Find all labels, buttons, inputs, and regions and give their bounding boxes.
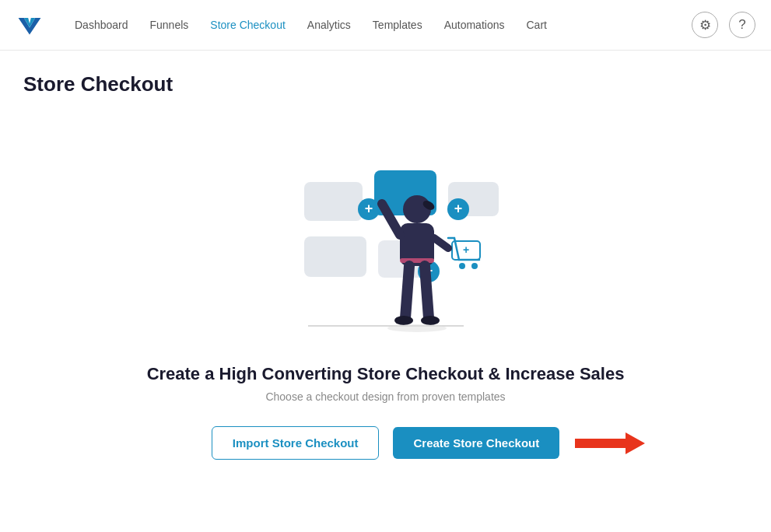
nav-automations[interactable]: Automations [444, 16, 505, 34]
svg-point-15 [459, 263, 465, 269]
svg-text:+: + [454, 201, 462, 216]
svg-point-18 [403, 195, 431, 223]
create-store-checkout-button[interactable]: Create Store Checkout [393, 427, 559, 459]
nav-cart[interactable]: Cart [526, 16, 546, 34]
svg-point-27 [421, 316, 440, 325]
svg-rect-3 [304, 182, 363, 221]
svg-point-16 [471, 263, 478, 269]
svg-text:+: + [364, 201, 373, 216]
nav-templates[interactable]: Templates [373, 16, 422, 34]
nav-icons: ⚙ ? [692, 12, 755, 38]
nav-funnels[interactable]: Funnels [150, 16, 189, 34]
logo[interactable] [16, 11, 44, 39]
hero-illustration: + + + + [261, 120, 510, 345]
page-title: Store Checkout [23, 72, 748, 96]
hero-headline: Create a High Converting Store Checkout … [147, 364, 625, 384]
help-icon[interactable]: ? [729, 12, 755, 38]
svg-rect-21 [400, 258, 434, 263]
nav-links: Dashboard Funnels Store Checkout Analyti… [75, 16, 668, 34]
settings-icon[interactable]: ⚙ [692, 12, 718, 38]
buttons-row: Import Store Checkout Create Store Check… [212, 426, 559, 460]
call-to-action-arrow [575, 432, 645, 454]
main-content: + + + + [0, 104, 771, 475]
nav-store-checkout[interactable]: Store Checkout [210, 16, 286, 34]
svg-line-23 [434, 238, 448, 248]
navbar: Dashboard Funnels Store Checkout Analyti… [0, 0, 771, 51]
svg-point-26 [394, 316, 413, 325]
svg-marker-29 [575, 432, 645, 454]
nav-dashboard[interactable]: Dashboard [75, 16, 128, 34]
svg-text:+: + [462, 243, 468, 256]
svg-rect-6 [304, 236, 366, 277]
svg-line-24 [405, 266, 409, 318]
page-title-bar: Store Checkout [0, 51, 771, 96]
hero-subtext: Choose a checkout design from proven tem… [265, 390, 505, 403]
svg-point-28 [387, 324, 447, 332]
svg-line-25 [425, 266, 429, 318]
import-store-checkout-button[interactable]: Import Store Checkout [212, 426, 380, 460]
nav-analytics[interactable]: Analytics [307, 16, 351, 34]
